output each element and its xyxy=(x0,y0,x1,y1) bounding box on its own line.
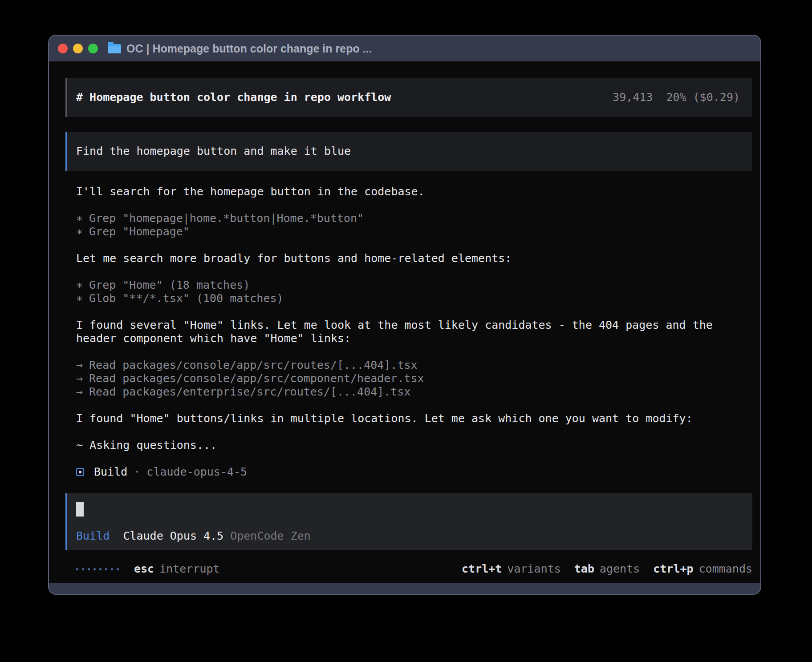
tool-call-line: ∗Grep "Home" (18 matches) xyxy=(65,279,752,292)
esc-key-label: interrupt xyxy=(159,562,219,576)
window-titlebar: OC | Homepage button color change in rep… xyxy=(49,36,760,61)
read-file-label: Read packages/console/app/src/component/… xyxy=(89,372,424,385)
window-bottom-edge xyxy=(49,583,760,594)
text-cursor xyxy=(76,502,84,517)
esc-key-hint: esc xyxy=(134,562,154,576)
tool-call-label: Grep "Home" (18 matches) xyxy=(89,279,250,291)
prompt-input[interactable]: Build Claude Opus 4.5 OpenCode Zen xyxy=(65,493,752,550)
input-model[interactable]: Claude Opus 4.5 xyxy=(123,529,223,542)
user-message-text: Find the homepage button and make it blu… xyxy=(76,145,351,157)
input-provider: OpenCode Zen xyxy=(230,529,311,542)
assistant-text: I found "Home" buttons/links in multiple… xyxy=(65,412,752,425)
traffic-lights xyxy=(58,44,98,53)
working-status: ~ Asking questions... xyxy=(65,439,752,452)
close-button[interactable] xyxy=(58,44,68,53)
arrow-right-icon: → xyxy=(76,385,83,399)
read-tool-line: →Read packages/console/app/src/component… xyxy=(65,372,752,385)
zoom-button[interactable] xyxy=(88,44,98,53)
folder-icon xyxy=(108,44,121,53)
input-agent[interactable]: Build xyxy=(76,529,110,542)
session-header: # Homepage button color change in repo w… xyxy=(65,78,752,117)
agent-badge-icon xyxy=(76,468,84,476)
window-title: OC | Homepage button color change in rep… xyxy=(126,42,372,55)
assistant-text: Let me search more broadly for buttons a… xyxy=(65,252,752,265)
tool-call-line: ∗Grep "homepage|home.*button|Home.*butto… xyxy=(65,212,752,225)
read-tool-line: →Read packages/console/app/src/routes/[.… xyxy=(65,359,752,372)
status-bar: esc interrupt ctrl+tvariants tabagents c… xyxy=(65,562,752,576)
arrow-right-icon: → xyxy=(76,372,83,385)
token-count: 39,413 xyxy=(613,91,653,104)
model-name: claude-opus-4-5 xyxy=(146,465,247,479)
hint-agents: tabagents xyxy=(574,562,640,576)
spinner-dots-icon xyxy=(76,568,119,570)
agent-name: Build xyxy=(94,465,127,479)
terminal-window: OC | Homepage button color change in rep… xyxy=(48,35,761,595)
message-footer: Build · claude-opus-4-5 xyxy=(65,465,752,479)
assistant-text: I found several "Home" links. Let me loo… xyxy=(65,319,752,345)
asterisk-icon: ∗ xyxy=(76,212,83,225)
hint-variants: ctrl+tvariants xyxy=(462,562,561,576)
tool-call-label: Glob "**/*.tsx" (100 matches) xyxy=(89,292,284,305)
minimize-button[interactable] xyxy=(73,44,83,53)
tool-call-label: Grep "homepage|home.*button|Home.*button… xyxy=(89,212,364,225)
dot-separator: · xyxy=(134,465,140,479)
read-tool-line: →Read packages/enterprise/src/routes/[..… xyxy=(65,385,752,399)
terminal-content: # Homepage button color change in repo w… xyxy=(49,61,760,583)
arrow-right-icon: → xyxy=(76,359,83,372)
asterisk-icon: ∗ xyxy=(76,292,83,305)
asterisk-icon: ∗ xyxy=(76,279,83,292)
input-status-row: Build Claude Opus 4.5 OpenCode Zen xyxy=(76,529,752,543)
hint-commands: ctrl+pcommands xyxy=(653,562,752,576)
user-message: Find the homepage button and make it blu… xyxy=(65,132,752,171)
tool-call-line: ∗Grep "Homepage" xyxy=(65,225,752,238)
session-title: # Homepage button color change in repo w… xyxy=(76,91,391,104)
asterisk-icon: ∗ xyxy=(76,225,83,238)
tool-call-line: ∗Glob "**/*.tsx" (100 matches) xyxy=(65,292,752,305)
session-stats: 39,41320% ($0.29) xyxy=(613,91,740,104)
context-cost: 20% ($0.29) xyxy=(666,91,740,104)
assistant-text: I'll search for the homepage button in t… xyxy=(65,185,752,198)
read-file-label: Read packages/console/app/src/routes/[..… xyxy=(89,359,418,371)
tool-call-label: Grep "Homepage" xyxy=(89,225,190,238)
read-file-label: Read packages/enterprise/src/routes/[...… xyxy=(89,385,410,398)
